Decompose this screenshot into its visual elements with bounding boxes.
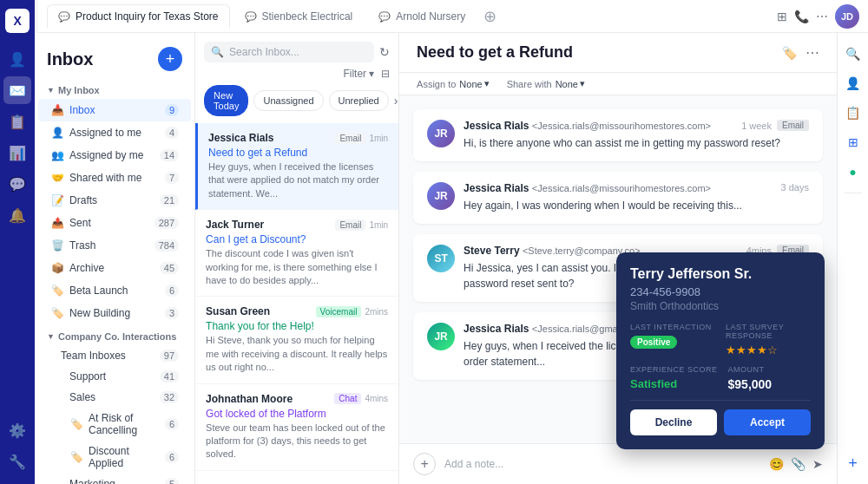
conv-item-type: Email [335, 133, 365, 144]
compose-attach-icon[interactable]: 📎 [791, 457, 806, 471]
sent-count: 287 [155, 217, 179, 229]
company-label: Company Co. Interactions [58, 331, 176, 342]
message-item-1: JR Jessica Rials <Jessica.rials@missouri… [413, 109, 823, 161]
share-with-select[interactable]: None ▾ [556, 78, 585, 89]
sidebar-item-inbox[interactable]: 📥 Inbox 9 [38, 99, 191, 121]
compose-send-icon[interactable]: ➤ [812, 457, 823, 471]
user-avatar[interactable]: JD [835, 4, 859, 29]
sidebar-item-marketing[interactable]: Marketing 5 [38, 474, 191, 484]
assigned-by-me-count: 14 [160, 149, 179, 161]
sidebar-item-support[interactable]: Support 41 [38, 366, 191, 387]
team-inboxes-count: 97 [160, 350, 179, 362]
grid-icon[interactable]: ⊞ [777, 10, 787, 23]
tab-arnold[interactable]: 💬 Arnold Nursery [367, 4, 477, 28]
my-inbox-section: ▼ My Inbox [35, 78, 194, 99]
right-check-icon[interactable]: ● [841, 160, 865, 184]
conv-item-time: 1min [369, 134, 388, 143]
sidebar-item-beta-launch[interactable]: 🏷️ Beta Launch 6 [38, 279, 191, 302]
message-body-2: Jessica Rials <Jessica.rials@missourihom… [464, 182, 809, 213]
tab-unreplied[interactable]: Unreplied [329, 90, 389, 111]
survey-stars: ★★★★☆ [726, 343, 811, 356]
conv-item-subject: Got locked of the Platform [206, 408, 388, 420]
conv-item-johnathan-moore[interactable]: Johnathan Moore Chat 4mins Got locked of… [195, 384, 398, 471]
conv-item-susan-green[interactable]: Susan Green Voicemail 2mins Thank you fo… [195, 297, 398, 383]
sidebar-title: Inbox [47, 49, 93, 69]
at-risk-label: At Risk of Cancelling [89, 412, 165, 436]
sidebar-item-assigned-by-me[interactable]: 👥 Assigned by me 14 [38, 144, 191, 167]
shared-with-me-icon: 🤝 [50, 171, 64, 185]
refresh-icon[interactable]: ↻ [379, 45, 390, 59]
search-input-wrap: 🔍 [204, 42, 374, 62]
tab-stienbeck[interactable]: 💬 Stienbeck Electrical [233, 4, 365, 28]
right-inbox-icon[interactable]: ⊞ [841, 130, 865, 154]
assigned-by-me-icon: 👥 [50, 148, 64, 162]
sales-count: 32 [160, 391, 179, 403]
filter-chevron-icon: ▾ [369, 68, 374, 80]
share-with-group: Share with None ▾ [507, 78, 585, 89]
thread-header: Need to get a Refund 🏷️ ⋯ [399, 33, 837, 73]
phone-icon[interactable]: 📞 [794, 10, 809, 23]
sidebar-item-assigned-to-me[interactable]: 👤 Assigned to me 4 [38, 121, 191, 144]
nav-settings2[interactable]: ⚙️ [3, 416, 31, 444]
beta-launch-icon: 🏷️ [50, 284, 64, 298]
right-notes-icon[interactable]: 📋 [841, 101, 865, 125]
conv-item-name: Jack Turner [206, 219, 264, 231]
nav-inbox[interactable]: ✉️ [3, 76, 31, 104]
archive-label: Archive [69, 262, 160, 274]
sidebar-item-team-inboxes[interactable]: Team Inboxes 97 [38, 345, 191, 366]
last-interaction-label: LAST INTERACTION [630, 323, 715, 331]
assigned-to-me-label: Assigned to me [69, 127, 165, 139]
experience-value: Satisfied [630, 377, 718, 390]
sidebar-add-button[interactable]: + [158, 47, 182, 71]
compose-add-button[interactable]: + [413, 453, 436, 475]
conv-item-subject: Need to get a Refund [208, 147, 388, 159]
add-tab-button[interactable]: ⊕ [483, 7, 496, 26]
conv-item-name: Johnathan Moore [206, 393, 293, 405]
new-building-label: New Building [69, 307, 165, 319]
nav-tasks[interactable]: 📋 [3, 108, 31, 135]
nav-chat[interactable]: 💬 [3, 170, 31, 198]
nav-tools[interactable]: 🔧 [3, 448, 31, 475]
sidebar-item-archive[interactable]: 📦 Archive 45 [38, 257, 191, 279]
compose-input[interactable] [444, 458, 760, 470]
compose-emoji-icon[interactable]: 😊 [769, 457, 784, 471]
apps-icon[interactable]: ⋯ [816, 10, 828, 23]
accept-button[interactable]: Accept [724, 409, 811, 435]
tab-unassigned[interactable]: Unassigned [253, 90, 323, 111]
contact-card-amount: AMOUNT $95,000 [728, 365, 773, 391]
conv-item-header: Jessica Rials Email 1min [208, 132, 388, 144]
sidebar-item-sales[interactable]: Sales 32 [38, 387, 191, 408]
right-add-button[interactable]: + [841, 451, 865, 475]
sidebar-item-shared-with-me[interactable]: 🤝 Shared with me 7 [38, 167, 191, 189]
assign-to-select[interactable]: None ▾ [459, 78, 489, 89]
sidebar-item-sent[interactable]: 📤 Sent 287 [38, 212, 191, 234]
sidebar-item-at-risk[interactable]: 🏷️ At Risk of Cancelling 6 [38, 408, 191, 441]
sidebar-item-trash[interactable]: 🗑️ Trash 784 [38, 234, 191, 257]
sidebar-item-drafts[interactable]: 📝 Drafts 21 [38, 189, 191, 212]
tag-icon[interactable]: 🏷️ [782, 46, 797, 60]
nav-notifications[interactable]: 🔔 [3, 201, 31, 229]
conv-tabs-arrow[interactable]: › [394, 94, 398, 108]
right-search-icon[interactable]: 🔍 [841, 42, 865, 66]
shared-with-me-label: Shared with me [69, 172, 165, 184]
search-input[interactable] [229, 46, 367, 58]
top-bar-right: ⊞ 📞 ⋯ JD [777, 4, 859, 29]
conv-item-preview: Hey guys, when I received the licenses t… [208, 160, 388, 200]
more-options-icon[interactable]: ⋯ [806, 44, 819, 61]
assign-to-chevron: ▾ [484, 78, 490, 89]
tab-product-inquiry[interactable]: 💬 Product Inquiry for Texas Store [47, 4, 230, 28]
filter-button[interactable]: Filter ▾ [343, 68, 374, 80]
conv-item-jack-turner[interactable]: Jack Turner Email 1min Can I get a Disco… [195, 210, 398, 297]
sidebar-item-new-building[interactable]: 🏷️ New Building 3 [38, 302, 191, 324]
nav-reports[interactable]: 📊 [3, 139, 31, 167]
app-logo[interactable]: X [5, 9, 30, 33]
sidebar-item-discount[interactable]: 🏷️ Discount Applied 6 [38, 441, 191, 474]
right-contact-icon[interactable]: 👤 [841, 71, 865, 95]
archive-count: 45 [160, 262, 179, 274]
message-avatar-3: ST [427, 245, 455, 272]
filter-options-icon[interactable]: ⊟ [381, 68, 390, 80]
nav-contacts[interactable]: 👤 [3, 45, 31, 73]
tab-new-today[interactable]: New Today [204, 85, 248, 116]
decline-button[interactable]: Decline [630, 409, 717, 435]
conv-item-jessica-rials-1[interactable]: Jessica Rials Email 1min Need to get a R… [195, 123, 398, 210]
